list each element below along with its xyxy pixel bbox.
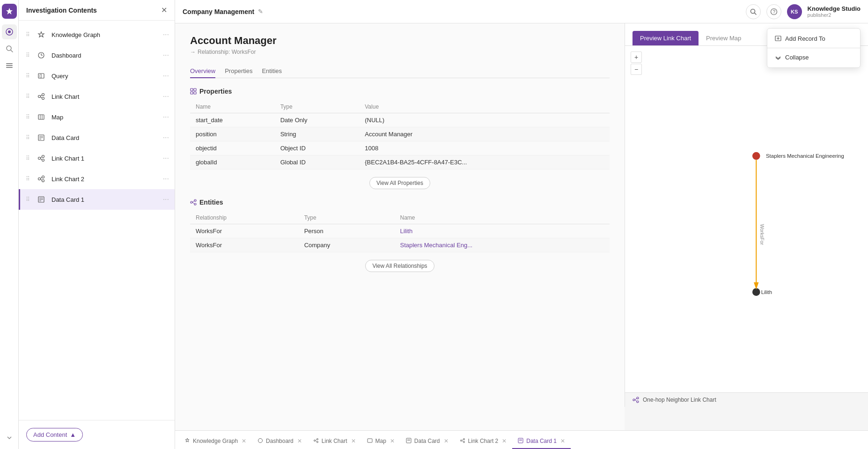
bottom-tab-close-data-card[interactable]: ✕ [444,438,449,444]
collapse-label: Collapse [785,54,809,61]
one-hop-label: One-hop Neighbor Link Chart [643,397,716,403]
svg-point-53 [637,401,639,403]
nav-search[interactable] [2,41,17,56]
svg-point-1 [8,30,11,33]
preview-map-tab[interactable]: Preview Map [699,31,749,45]
bottom-tab-link-chart-2[interactable]: Link Chart 2 ✕ [454,434,513,449]
sidebar-menu-knowledge-graph[interactable]: ··· [163,30,169,39]
sidebar-item-data-card[interactable]: ⠿ Data Card ··· [19,127,175,148]
view-all-properties-button[interactable]: View All Properties [369,177,430,189]
user-role: publisher2 [808,12,861,18]
tab-properties[interactable]: Properties [225,65,252,78]
sidebar-item-map[interactable]: ⠿ Map ··· [19,107,175,127]
edit-icon[interactable]: ✎ [258,8,263,15]
bottom-tab-data-card[interactable]: Data Card ✕ [400,434,454,449]
zoom-out-button[interactable]: − [631,64,642,75]
bottom-tab-icon-dashboard [257,438,263,444]
svg-rect-42 [191,88,193,91]
svg-point-52 [637,397,639,399]
nav-layers[interactable] [2,58,17,73]
svg-line-16 [41,97,42,98]
sidebar-item-link-chart[interactable]: ⠿ Link Chart ··· [19,86,175,107]
sidebar-menu-link-chart-2[interactable]: ··· [163,175,169,183]
sidebar-menu-link-chart[interactable]: ··· [163,92,169,101]
search-button[interactable] [746,4,761,19]
bottom-tab-link-chart[interactable]: Link Chart ✕ [308,434,361,449]
bottom-tab-close-dashboard[interactable]: ✕ [297,438,302,444]
bottom-tab-map[interactable]: Map ✕ [361,434,400,449]
user-avatar[interactable]: KS [787,4,802,19]
sidebar-items-list: ⠿ Knowledge Graph ··· ⠿ Dashboard ··· ⠿ … [19,21,175,420]
svg-point-62 [316,442,318,443]
sidebar-item-link-chart-1[interactable]: ⠿ Link Chart 1 ··· [19,148,175,169]
nav-investigation[interactable] [2,24,17,39]
chart-controls: + − [631,52,642,75]
sidebar-item-dashboard[interactable]: ⠿ Dashboard ··· [19,45,175,66]
sidebar: Investigation Contents ✕ ⠿ Knowledge Gra… [19,0,175,449]
svg-line-55 [635,400,637,401]
bottom-tabs: Knowledge Graph ✕ Dashboard ✕ Link Chart… [175,430,868,449]
properties-title-text: Properties [199,88,232,95]
add-content-button[interactable]: Add Content ▲ [26,428,83,442]
prop-cell-name: objectid [190,141,275,155]
collapse-icon [775,54,781,61]
tab-entities[interactable]: Entities [262,65,282,78]
bottom-tab-close-link-chart[interactable]: ✕ [351,438,356,444]
sidebar-label-data-card-1: Data Card 1 [51,196,158,203]
icon-bar [0,0,19,449]
prop-cell-name: globalId [190,155,275,169]
sidebar-item-data-card-1[interactable]: ⠿ Data Card 1 ··· [19,189,175,210]
entity-cell-name[interactable]: Lilith [394,224,610,238]
svg-rect-17 [38,115,44,119]
app-logo[interactable] [2,4,17,19]
user-info: Knowledge Studio publisher2 [808,5,861,18]
sidebar-menu-query[interactable]: ··· [163,72,169,80]
view-all-relationships-button[interactable]: View All Relationships [365,260,434,272]
zoom-in-button[interactable]: + [631,52,642,63]
sidebar-item-knowledge-graph[interactable]: ⠿ Knowledge Graph ··· [19,24,175,45]
add-record-to-item[interactable]: Add Record To [767,30,860,47]
sidebar-menu-data-card-1[interactable]: ··· [163,195,169,204]
prop-cell-value: (NULL) [359,113,610,127]
sidebar-label-query: Query [51,73,158,80]
sidebar-item-link-chart-2[interactable]: ⠿ Link Chart 2 ··· [19,169,175,189]
tab-overview[interactable]: Overview [190,65,215,78]
entity-cell-name[interactable]: Staplers Mechanical Eng... [394,238,610,252]
svg-line-28 [41,159,42,160]
bottom-tab-label-dashboard: Dashboard [266,438,294,444]
entities-section-title: Entities [190,199,610,206]
sidebar-menu-data-card[interactable]: ··· [163,133,169,142]
svg-text:?: ? [772,9,775,15]
bottom-tab-label-knowledge-graph: Knowledge Graph [193,438,238,444]
sidebar-icon-dashboard [36,50,47,61]
nav-collapse[interactable] [2,430,17,445]
sidebar-label-link-chart: Link Chart [51,93,158,100]
one-hop-bar[interactable]: One-hop Neighbor Link Chart [625,392,868,407]
entity-col-name: Name [394,212,610,224]
svg-point-31 [42,180,44,182]
svg-point-29 [38,178,41,180]
sidebar-menu-dashboard[interactable]: ··· [163,51,169,59]
sidebar-label-link-chart-2: Link Chart 2 [51,176,158,183]
add-content-label: Add Content [33,431,67,438]
bottom-tab-data-card-1[interactable]: Data Card 1 ✕ [512,434,571,449]
bottom-tab-dashboard[interactable]: Dashboard ✕ [252,434,308,449]
help-button[interactable]: ? [766,4,781,19]
sidebar-close-button[interactable]: ✕ [161,6,167,15]
node-staplers[interactable] [752,152,760,160]
drag-handle-link-chart: ⠿ [26,93,30,100]
entities-table: RelationshipTypeName WorksForPersonLilit… [190,212,610,252]
bottom-tab-close-knowledge-graph[interactable]: ✕ [242,438,246,444]
svg-point-59 [258,439,263,443]
bottom-tab-close-link-chart-2[interactable]: ✕ [502,438,507,444]
sidebar-menu-map[interactable]: ··· [163,113,169,121]
sidebar-item-query[interactable]: ⠿ {} Query ··· [19,66,175,86]
sidebar-menu-link-chart-1[interactable]: ··· [163,154,169,162]
svg-point-48 [194,203,196,205]
preview-link-chart-tab[interactable]: Preview Link Chart [633,31,699,45]
bottom-tab-knowledge-graph[interactable]: Knowledge Graph ✕ [179,434,252,449]
collapse-item[interactable]: Collapse [767,49,860,66]
one-hop-icon [633,397,639,403]
bottom-tab-close-map[interactable]: ✕ [390,438,395,444]
bottom-tab-close-data-card-1[interactable]: ✕ [560,438,565,444]
